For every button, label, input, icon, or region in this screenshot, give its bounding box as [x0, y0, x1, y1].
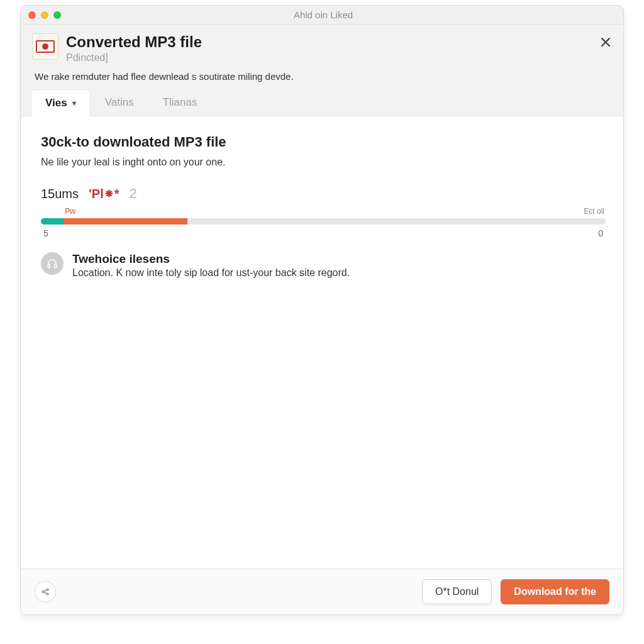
info-subtext: Location. K now inte toly sip load for u… — [72, 267, 350, 279]
progress-bottom-right: 0 — [598, 228, 603, 238]
share-icon — [41, 587, 50, 596]
intro-text: We rake remduter had flee dewnlead s sou… — [21, 70, 623, 87]
content-subtext: Ne lile your leal is inght onto on your … — [41, 157, 606, 168]
titlebar-title: Ahld oin Liked — [31, 9, 616, 20]
tab-bar: Vies ▾ Vatins Tlianas — [21, 89, 623, 116]
tab-vatins[interactable]: Vatins — [91, 89, 148, 116]
dialog-subtitle: Pdincted] — [66, 52, 202, 64]
tab-vies[interactable]: Vies ▾ — [31, 89, 91, 116]
progress-section: Pw Ect oll 5 0 — [41, 207, 606, 238]
svg-rect-0 — [48, 265, 50, 268]
secondary-button[interactable]: O*t Donul — [422, 579, 492, 604]
info-avatar — [41, 252, 64, 275]
primary-button-label: Download for the — [514, 586, 596, 597]
content-area: 30ck-to downloated MP3 file Ne lile your… — [21, 116, 623, 569]
dialog-header: Converted MP3 file Pdincted] — [21, 25, 623, 70]
share-button[interactable] — [35, 581, 56, 602]
metric-time: 15ums — [41, 187, 79, 201]
primary-download-button[interactable]: Download for the — [501, 579, 609, 604]
tab-tlianas[interactable]: Tlianas — [148, 89, 212, 116]
app-window: Ahld oin Liked Converted MP3 file Pdinct… — [20, 5, 624, 615]
progress-bottom-left: 5 — [43, 228, 48, 238]
progress-top-right: Ect oll — [584, 207, 604, 216]
titlebar: Ahld oin Liked — [21, 6, 623, 25]
headphones-icon — [47, 258, 58, 269]
svg-rect-1 — [55, 265, 57, 268]
tab-label: Tlianas — [163, 96, 197, 109]
progress-segment-1 — [41, 218, 64, 225]
close-button[interactable] — [598, 35, 613, 50]
tab-label: Vatins — [105, 96, 134, 109]
app-logo — [32, 33, 58, 60]
tab-label: Vies — [45, 97, 67, 109]
info-row: Twehoice ilesens Location. K now inte to… — [41, 252, 606, 279]
content-heading: 30ck-to downloated MP3 file — [41, 134, 606, 150]
progress-bar[interactable] — [41, 218, 606, 225]
metric-count: 2 — [129, 186, 136, 202]
info-title: Twehoice ilesens — [72, 252, 350, 266]
dialog-footer: O*t Donul Download for the — [21, 569, 623, 614]
chevron-down-icon: ▾ — [72, 99, 76, 108]
dialog-title: Converted MP3 file — [66, 33, 202, 51]
close-icon — [601, 37, 611, 47]
metric-label: 'Pl⁕* — [89, 186, 119, 201]
progress-segment-2 — [64, 218, 188, 225]
secondary-button-label: O*t Donul — [435, 586, 479, 597]
progress-top-left: Pw — [65, 207, 75, 216]
metrics-row: 15ums 'Pl⁕* 2 — [41, 186, 606, 202]
